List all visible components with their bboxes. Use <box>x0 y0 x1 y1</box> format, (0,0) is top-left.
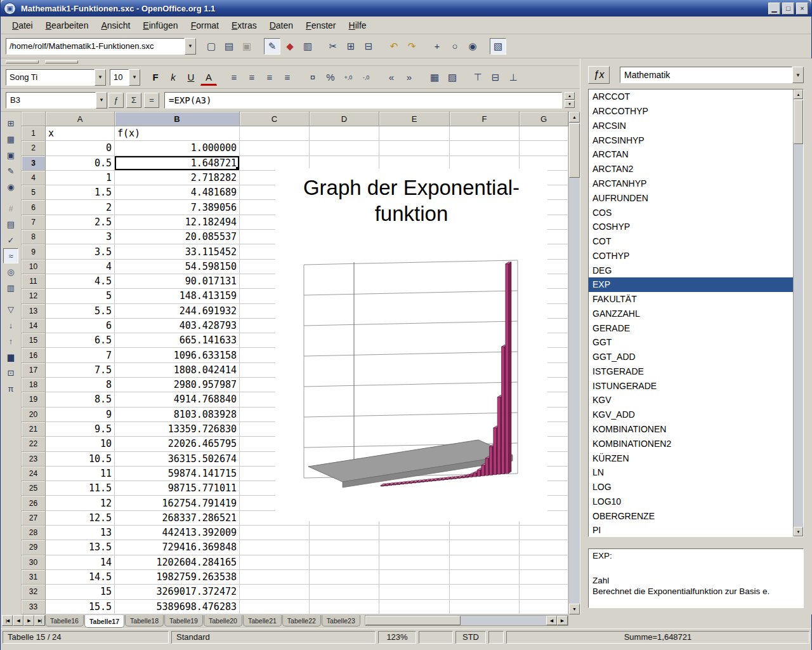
row-header-2[interactable]: 2 <box>22 141 46 156</box>
function-item-arctan[interactable]: ARCTAN <box>589 147 793 162</box>
function-item-ln[interactable]: LN <box>589 465 793 480</box>
cell[interactable]: 59874.141715 <box>115 467 240 481</box>
paste-icon[interactable]: ⊟ <box>360 38 377 55</box>
function-item-istgerade[interactable]: ISTGERADE <box>589 364 793 379</box>
column-header-b[interactable]: B <box>115 112 240 126</box>
cell[interactable] <box>450 570 520 585</box>
cell[interactable] <box>379 540 450 555</box>
cell[interactable]: 1.000000 <box>115 141 240 156</box>
find-replace-icon[interactable]: ◎ <box>3 264 18 279</box>
cell[interactable] <box>520 126 568 141</box>
row-header-32[interactable]: 32 <box>22 585 46 599</box>
filter-icon[interactable]: ▽ <box>3 302 18 317</box>
cell[interactable] <box>379 141 450 156</box>
vertical-scrollbar[interactable]: ▲ ▼ <box>568 112 580 614</box>
menu-einfügen[interactable]: Einfügen <box>136 18 184 33</box>
row-header-29[interactable]: 29 <box>22 540 46 555</box>
cell[interactable]: 162754.791419 <box>115 496 240 510</box>
row-header-11[interactable]: 11 <box>22 274 46 289</box>
cell[interactable]: 442413.392009 <box>115 526 240 540</box>
add-decimal-icon[interactable]: +,0 <box>340 69 357 86</box>
function-item-kürzen[interactable]: KÜRZEN <box>589 451 793 465</box>
cell[interactable]: 0 <box>46 141 115 156</box>
new-document-icon[interactable]: ▢ <box>203 38 219 55</box>
cell[interactable] <box>520 600 568 614</box>
cell[interactable]: 3.5 <box>46 244 115 259</box>
list-scroll-down-icon[interactable]: ▼ <box>794 527 803 536</box>
function-item-cothyp[interactable]: COTHYP <box>589 248 793 263</box>
row-header-26[interactable]: 26 <box>22 496 46 510</box>
sort-ascending-icon[interactable]: ↓ <box>3 317 18 333</box>
cell[interactable]: 98715.771011 <box>115 481 240 496</box>
column-header-e[interactable]: E <box>379 112 450 126</box>
redo-icon[interactable]: ↷ <box>403 38 420 55</box>
cell[interactable] <box>240 526 310 540</box>
insert-cells-icon[interactable]: ▦ <box>3 131 18 147</box>
cell[interactable] <box>450 141 520 156</box>
cell[interactable] <box>240 600 310 614</box>
menu-hilfe[interactable]: Hilfe <box>343 18 373 33</box>
cell[interactable] <box>240 585 310 599</box>
insert-icon[interactable]: ⊞ <box>3 116 18 131</box>
cell[interactable]: 8103.083928 <box>115 408 240 422</box>
save-icon[interactable]: ▣ <box>239 38 255 55</box>
cell[interactable]: 2.718282 <box>115 171 240 185</box>
cell[interactable]: 14 <box>46 555 115 570</box>
row-header-22[interactable]: 22 <box>22 437 46 451</box>
function-category-dropdown-icon[interactable]: ▼ <box>792 67 804 83</box>
cell[interactable] <box>310 141 379 156</box>
cell[interactable] <box>450 585 520 599</box>
function-item-log10[interactable]: LOG10 <box>589 494 793 508</box>
formula-bar-up-icon[interactable]: ▲ <box>565 92 575 100</box>
percent-icon[interactable]: % <box>322 69 339 86</box>
cell[interactable]: 5.5 <box>46 304 115 319</box>
menu-ansicht[interactable]: Ansicht <box>95 18 136 33</box>
row-header-6[interactable]: 6 <box>22 200 46 215</box>
cell[interactable]: 11 <box>46 467 115 481</box>
horizontal-scrollbar[interactable]: ◀ ▶ <box>365 615 568 626</box>
cell[interactable] <box>379 600 450 614</box>
row-header-4[interactable]: 4 <box>22 171 46 185</box>
url-input[interactable] <box>6 39 184 54</box>
column-header-c[interactable]: C <box>240 112 310 126</box>
sort-descending-icon[interactable]: ↑ <box>3 333 18 348</box>
function-autopilot-button[interactable]: ƒ <box>108 93 124 108</box>
cell[interactable] <box>450 600 520 614</box>
datasource-icon[interactable]: ◉ <box>464 38 481 55</box>
cell[interactable] <box>240 570 310 585</box>
cell[interactable]: 1.648721 <box>115 156 240 171</box>
align-right-icon[interactable]: ≡ <box>261 69 278 86</box>
function-item-arctan2[interactable]: ARCTAN2 <box>589 162 793 176</box>
font-name-dropdown-icon[interactable]: ▼ <box>95 69 106 86</box>
form-controls-icon[interactable]: ◉ <box>3 179 18 194</box>
formula-bar-down-icon[interactable]: ▼ <box>565 100 575 108</box>
cell[interactable]: 9.5 <box>46 422 115 437</box>
column-header-a[interactable]: A <box>46 112 115 126</box>
cell[interactable]: 20.085537 <box>115 230 240 244</box>
cell[interactable] <box>310 126 379 141</box>
background-color-icon[interactable]: ▨ <box>444 69 461 86</box>
first-sheet-button[interactable]: |◀ <box>2 615 13 626</box>
row-header-1[interactable]: 1 <box>22 126 46 141</box>
cell[interactable] <box>379 570 450 585</box>
cell[interactable]: 12.182494 <box>115 215 240 230</box>
cell[interactable]: 1808.042414 <box>115 363 240 378</box>
function-item-log[interactable]: LOG <box>589 480 793 494</box>
menu-format[interactable]: Format <box>185 18 225 33</box>
maximize-button[interactable]: □ <box>782 3 794 15</box>
datasources-icon[interactable]: ▥ <box>3 280 18 295</box>
cell[interactable]: 2 <box>46 200 115 215</box>
status-zoom[interactable]: 123% <box>378 631 416 644</box>
row-header-15[interactable]: 15 <box>22 333 46 348</box>
row-header-13[interactable]: 13 <box>22 304 46 319</box>
cell[interactable] <box>310 526 379 540</box>
cell[interactable]: 13359.726830 <box>115 422 240 437</box>
function-item-obergrenze[interactable]: OBERGRENZE <box>589 508 793 523</box>
column-header-d[interactable]: D <box>310 112 379 126</box>
row-header-20[interactable]: 20 <box>22 408 46 422</box>
row-header-17[interactable]: 17 <box>22 363 46 378</box>
cell[interactable]: 4.481689 <box>115 185 240 200</box>
cell[interactable]: 9 <box>46 408 115 422</box>
cell[interactable]: 1982759.263538 <box>115 570 240 585</box>
next-sheet-button[interactable]: ▶ <box>23 615 34 626</box>
